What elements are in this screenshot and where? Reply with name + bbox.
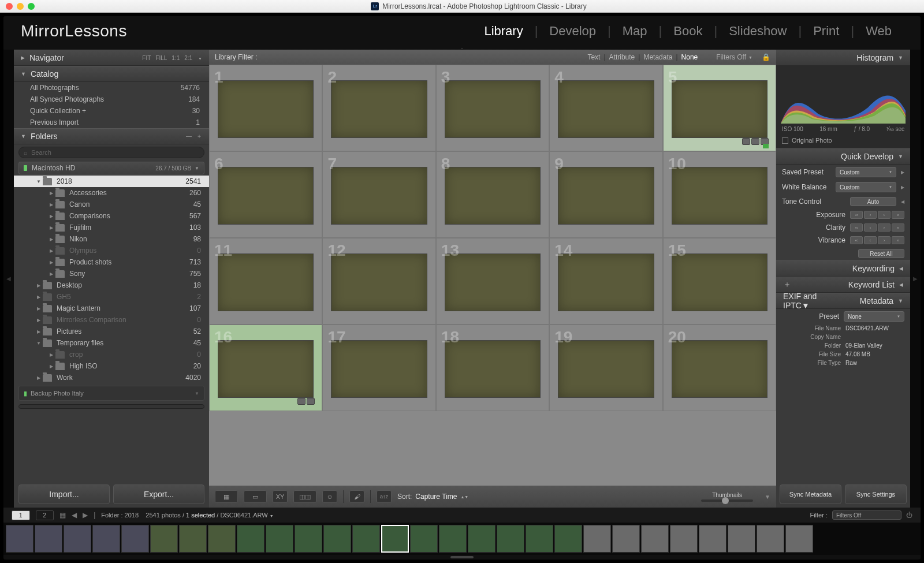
sort-direction-icon[interactable]: a↕z	[377, 490, 392, 503]
sync-metadata-button[interactable]: Sync Metadata	[780, 484, 841, 504]
filmstrip-thumb[interactable]	[266, 525, 293, 553]
grid-cell[interactable]: 15	[663, 238, 776, 325]
left-edge-handle[interactable]	[3, 50, 14, 508]
catalog-item[interactable]: Previous Import1	[14, 117, 209, 128]
nav-opt-2:1[interactable]: 2:1	[184, 55, 192, 61]
catalog-header[interactable]: ▼ Catalog	[14, 66, 209, 82]
filmstrip-thumb[interactable]	[150, 525, 178, 553]
filmstrip-thumb[interactable]	[295, 525, 322, 553]
folder-row[interactable]: ▶GH52	[14, 291, 209, 303]
nav-opt-FILL[interactable]: FILL	[155, 55, 167, 61]
filmstrip-thumb[interactable]	[92, 525, 120, 553]
filmstrip-thumb[interactable]	[526, 525, 553, 553]
filmstrip-thumb[interactable]	[208, 525, 236, 553]
survey-view-icon[interactable]: ◫◫	[293, 490, 316, 503]
filter-metadata[interactable]: Metadata	[643, 53, 672, 61]
grid-cell[interactable]: 2	[322, 65, 435, 151]
nav-opt-1:1[interactable]: 1:1	[172, 55, 180, 61]
filmstrip-thumb[interactable]	[410, 525, 438, 553]
filmstrip-thumb[interactable]	[583, 525, 611, 553]
folders-header[interactable]: ▼ Folders —＋	[14, 128, 209, 144]
breadcrumb[interactable]: Folder : 2018 2541 photos / 1 selected /…	[101, 512, 273, 519]
white-balance-dropdown[interactable]: Custom▼	[836, 182, 896, 192]
filmstrip-grip[interactable]	[3, 555, 921, 560]
import-button[interactable]: Import...	[18, 484, 110, 504]
folder-row[interactable]: ▼Temporary files45	[14, 337, 209, 349]
toolbar-expand-icon[interactable]: ▼	[765, 494, 770, 500]
filmstrip-thumb[interactable]	[381, 525, 409, 553]
minus-icon[interactable]: —	[186, 133, 192, 139]
sort-menu[interactable]: Sort:Capture Time▲▼	[397, 493, 468, 501]
grid-cell[interactable]: 8	[436, 151, 549, 238]
folder-search[interactable]: ⌕Search	[18, 147, 204, 158]
folder-row[interactable]: ▶Mirrorless Comparison0	[14, 314, 209, 326]
export-button[interactable]: Export...	[113, 484, 204, 504]
window-tab-2[interactable]: 2	[36, 510, 54, 520]
filter-text[interactable]: Text	[587, 53, 600, 61]
people-view-icon[interactable]: ☺	[322, 490, 337, 503]
filmstrip-thumb[interactable]	[352, 525, 380, 553]
filmstrip-thumb[interactable]	[323, 525, 351, 553]
plus-icon[interactable]: ＋	[196, 133, 202, 139]
filmstrip-filter-dropdown[interactable]: Filters Off	[832, 510, 901, 520]
filter-attribute[interactable]: Attribute	[609, 53, 635, 61]
saved-preset-dropdown[interactable]: Custom▼	[836, 167, 896, 177]
filters-off-dropdown[interactable]: Filters Off▼	[716, 53, 752, 61]
filmstrip-thumb[interactable]	[121, 525, 149, 553]
folder-row[interactable]: ▶Canon45	[14, 199, 209, 210]
navigator-header[interactable]: ▶ Navigator FITFILL1:12:1 ▼	[14, 50, 209, 66]
nav-opt-FIT[interactable]: FIT	[142, 55, 151, 61]
grid-cell[interactable]: 18	[436, 325, 549, 411]
grid-view-icon[interactable]: ▦	[215, 490, 238, 503]
filmstrip-thumb[interactable]	[728, 525, 755, 553]
filmstrip-thumb[interactable]	[612, 525, 640, 553]
forward-icon[interactable]: ▶	[83, 511, 88, 519]
metadata-preset-dropdown[interactable]: None▼	[844, 311, 904, 322]
catalog-item[interactable]: Quick Collection +30	[14, 105, 209, 117]
filmstrip-thumb[interactable]	[6, 525, 33, 553]
filmstrip-thumb[interactable]	[641, 525, 669, 553]
grid-cell[interactable]: 19	[549, 325, 662, 411]
grid-cell[interactable]: 20	[663, 325, 776, 411]
folder-row[interactable]: ▶Fujifilm103	[14, 222, 209, 233]
loupe-view-icon[interactable]: ▭	[244, 490, 267, 503]
filmstrip-thumb[interactable]	[497, 525, 524, 553]
chevron-left-icon[interactable]: ◀	[901, 199, 904, 204]
filmstrip-thumb[interactable]	[64, 525, 91, 553]
folder-row[interactable]: ▶Sony755	[14, 268, 209, 279]
module-book[interactable]: Book	[662, 24, 714, 39]
module-map[interactable]: Map	[611, 24, 659, 39]
folder-row[interactable]: ▶Accessories260	[14, 187, 209, 199]
filmstrip-thumb[interactable]	[179, 525, 207, 553]
chevron-right-icon[interactable]: ▶	[901, 170, 904, 175]
grid-cell[interactable]: 11	[209, 238, 322, 325]
backup-panel[interactable]: ▮Backup Photo Italy▼	[18, 386, 204, 401]
reset-all-button[interactable]: Reset All	[858, 249, 904, 258]
grid-cell[interactable]: 5	[663, 65, 776, 151]
grid-cell[interactable]: 6	[209, 151, 322, 238]
keyword-list-header[interactable]: ＋Keyword List◀	[776, 277, 910, 293]
catalog-item[interactable]: All Synced Photographs184	[14, 94, 209, 105]
folder-row[interactable]: ▶Magic Lantern107	[14, 303, 209, 314]
filmstrip-thumb[interactable]	[35, 525, 62, 553]
right-edge-handle[interactable]	[910, 50, 921, 508]
module-develop[interactable]: Develop	[538, 24, 608, 39]
grid-cell[interactable]: 3	[436, 65, 549, 151]
plus-icon[interactable]: ＋	[783, 279, 791, 290]
grid-icon[interactable]: ▦	[59, 511, 66, 519]
folder-row[interactable]: ▶Desktop18	[14, 279, 209, 291]
folder-row[interactable]: ▶Olympus0	[14, 245, 209, 256]
filmstrip-thumb[interactable]	[439, 525, 467, 553]
window-tab-1[interactable]: 1	[12, 510, 30, 520]
compare-view-icon[interactable]: XY	[273, 490, 288, 503]
window-controls[interactable]	[6, 3, 35, 10]
grid-cell[interactable]: 14	[549, 238, 662, 325]
quick-develop-header[interactable]: Quick Develop▼	[776, 148, 910, 165]
filmstrip-thumb[interactable]	[468, 525, 495, 553]
back-icon[interactable]: ◀	[72, 511, 77, 519]
filmstrip-thumb[interactable]	[670, 525, 698, 553]
filmstrip-thumb[interactable]	[699, 525, 726, 553]
histogram-header[interactable]: Histogram▼	[776, 50, 910, 66]
folder-row[interactable]: ▶Nikon98	[14, 233, 209, 245]
keywording-header[interactable]: Keywording◀	[776, 260, 910, 277]
